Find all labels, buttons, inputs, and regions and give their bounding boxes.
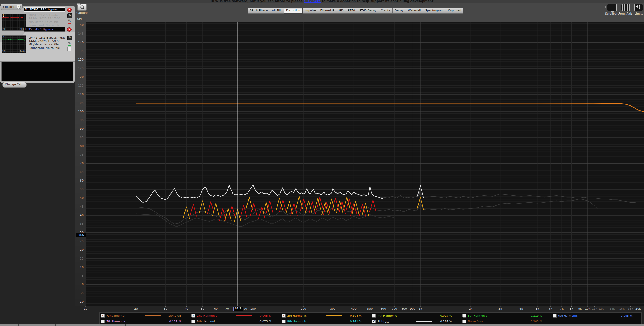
- thd-checkbox[interactable]: ✓: [372, 320, 376, 323]
- 7th-harmonic-value: 0.121 %: [164, 320, 181, 323]
- y-axis-label: 95: [75, 118, 84, 122]
- 9th-harmonic-checkbox[interactable]: [282, 320, 285, 323]
- y-axis-label: 15: [75, 257, 84, 260]
- 4th-harmonic-label: 4th Harmonic: [378, 314, 397, 317]
- 7th-harmonic-checkbox[interactable]: [101, 320, 105, 323]
- noise-floor-line-sample: [506, 321, 523, 322]
- y-axis-label: 100: [75, 110, 84, 113]
- cursor-freq-readout: 81.1: [233, 307, 243, 311]
- measurement-1-delete-button[interactable]: ×: [67, 8, 72, 12]
- tab-waterfall[interactable]: Waterfall: [406, 8, 423, 14]
- x-axis-label: 600: [380, 307, 386, 310]
- measurement-1-title-input[interactable]: MUSES02 -15.1 bypass: [24, 7, 65, 12]
- tab-captured[interactable]: Captured: [446, 8, 464, 14]
- 6th-harmonic-checkbox[interactable]: [553, 314, 556, 317]
- freq-axis-button[interactable]: Freq. Axis: [619, 4, 632, 15]
- y-axis-label: 60: [75, 179, 84, 182]
- toolbar: SPL & PhaseAll SPLDistortionImpulseFilte…: [0, 3, 644, 22]
- measurement-1-mic-cal: Mic/Meter: No cal file: [29, 20, 59, 24]
- measurement-2-trace-colour-icon[interactable]: ✎: [67, 41, 72, 45]
- thumb-min-label: 20: [2, 28, 5, 30]
- x-axis-label: 5k: [536, 307, 539, 310]
- noise-floor-checkbox[interactable]: [462, 320, 466, 323]
- 9th-harmonic-line-sample: [326, 321, 342, 322]
- measurement-2-thumbnail[interactable]: 2 20 20.0k: [2, 35, 26, 53]
- x-axis-label: 14k: [609, 307, 615, 310]
- scrollbars-button[interactable]: Scrollbars: [605, 4, 619, 15]
- 2nd-harmonic-checkbox[interactable]: ✓: [191, 314, 195, 317]
- fundamental-value: 104.9 dB: [164, 314, 181, 317]
- banner-text-after: to make a donation to help support its c…: [322, 0, 433, 3]
- 8th-harmonic-checkbox[interactable]: [191, 320, 195, 323]
- 8th-harmonic-line-sample: [236, 321, 252, 322]
- 2nd-harmonic-line-sample: [236, 315, 252, 316]
- y-axis-label: 120: [75, 75, 84, 79]
- y-axis-label: 75: [75, 153, 84, 156]
- measurement-1-edit-icon[interactable]: ✎: [67, 13, 72, 18]
- measurement-2-edit-icon[interactable]: ✎: [67, 36, 72, 40]
- y-axis-label: 125: [75, 66, 84, 70]
- y-axis-label: 0: [75, 283, 84, 286]
- tab-decay[interactable]: Decay: [393, 8, 406, 14]
- fundamental-checkbox[interactable]: ✓: [101, 314, 105, 317]
- capture-button[interactable]: Capture: [76, 4, 88, 15]
- x-axis-label: 10: [84, 307, 87, 310]
- 4th-harmonic-line-sample: [416, 315, 432, 316]
- y-axis-label: 25: [75, 239, 84, 243]
- tab-gd[interactable]: GD: [337, 8, 346, 14]
- change-cal-button[interactable]: Change Cal...: [2, 82, 27, 88]
- collapse-button[interactable]: Collapse «: [1, 4, 23, 10]
- x-axis-label: 1k: [419, 307, 422, 310]
- y-axis-title: SPL: [75, 17, 85, 21]
- x-axis-label: 40: [184, 307, 188, 310]
- measurement-1-trace-colour-icon[interactable]: ✎: [67, 19, 72, 23]
- tab-rt60-decay[interactable]: RT60 Decay: [357, 8, 379, 14]
- x-axis-label: 2k: [469, 307, 472, 310]
- x-axis-label: 20k: [635, 307, 641, 310]
- measurement-notes-area[interactable]: [1, 61, 73, 81]
- cursor-spl-readout: 28.6: [76, 233, 86, 237]
- y-axis-label: 20: [75, 248, 84, 251]
- tab-all-spl[interactable]: All SPL: [270, 8, 284, 14]
- 4th-harmonic-checkbox[interactable]: [372, 314, 376, 317]
- tab-filtered-ir[interactable]: Filtered IR: [318, 8, 337, 14]
- y-axis-label: -10: [75, 300, 84, 303]
- x-axis-label: 12k: [598, 307, 604, 310]
- donation-banner: REW is free software, but if you can aff…: [0, 0, 644, 3]
- tab-distortion[interactable]: Distortion: [284, 8, 303, 14]
- measurement-2-notes-icon[interactable]: [67, 47, 72, 51]
- measurements-sidebar: Collapse « MUSES02 -15.1 bypass × 1 20 2…: [0, 6, 75, 83]
- tab-impulse[interactable]: Impulse: [303, 8, 318, 14]
- measurement-1-number: 1: [3, 14, 4, 17]
- x-axis-label: 300: [330, 307, 335, 310]
- tab-clarity[interactable]: Clarity: [379, 8, 393, 14]
- legend-empty-cell: [551, 318, 641, 324]
- tab-spectrogram[interactable]: Spectrogram: [423, 8, 446, 14]
- 8th-harmonic-label: 8th Harmonic: [197, 320, 216, 323]
- tab-rt60[interactable]: RT60: [346, 8, 358, 14]
- 3rd-harmonic-line-sample: [326, 315, 342, 316]
- x-axis-label: 500: [367, 307, 373, 310]
- legend-item-3rd-harmonic: ✓3rd Harmonic0.108 %: [280, 313, 371, 318]
- bottom-edge-strip: [0, 324, 644, 326]
- measurement-1-thumbnail[interactable]: 1 20 20.0k: [2, 14, 26, 31]
- limits-button[interactable]: Limits: [632, 4, 644, 15]
- freq-axis-icon: [621, 4, 630, 11]
- graph-tools: ScrollbarsFreq. AxisLimits: [605, 4, 644, 15]
- measurement-2-title-input[interactable]: LF353 -15.1 Bypass: [24, 27, 65, 31]
- measurement-2-delete-button[interactable]: ×: [67, 27, 72, 32]
- x-axis-label: 900: [410, 307, 415, 310]
- donation-link[interactable]: click here: [304, 0, 321, 3]
- y-axis-label: 5: [75, 274, 84, 277]
- 8th-harmonic-value: 0.073 %: [254, 320, 271, 323]
- 5th-harmonic-checkbox[interactable]: [462, 314, 466, 317]
- 3rd-harmonic-checkbox[interactable]: ✓: [282, 314, 285, 317]
- y-axis-label: 110: [75, 92, 84, 96]
- legend-item-2nd-harmonic: ✓2nd Harmonic0.065 %: [190, 313, 280, 318]
- tab-spl-phase[interactable]: SPL & Phase: [248, 8, 270, 14]
- 7th-harmonic-label: 7th Harmonic: [106, 320, 126, 323]
- legend-item-8th-harmonic: 8th Harmonic0.073 %: [190, 318, 280, 324]
- x-axis-label: 20: [134, 307, 138, 310]
- tool-label: Scrollbars: [605, 12, 619, 15]
- plot-area[interactable]: [86, 22, 644, 306]
